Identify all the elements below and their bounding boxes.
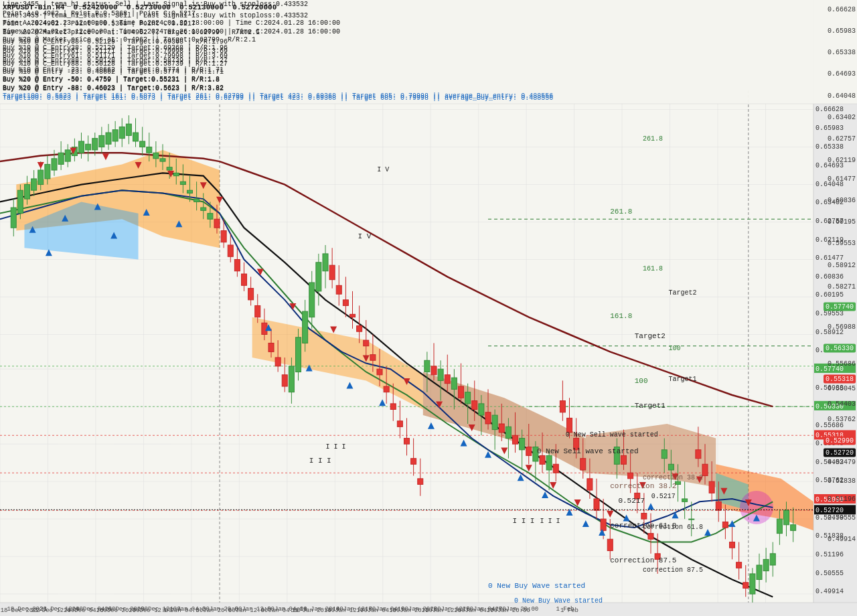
price-chart	[0, 0, 857, 616]
chart-container: Line:3455 | tema_h1_status: Sell | Last …	[0, 0, 857, 616]
